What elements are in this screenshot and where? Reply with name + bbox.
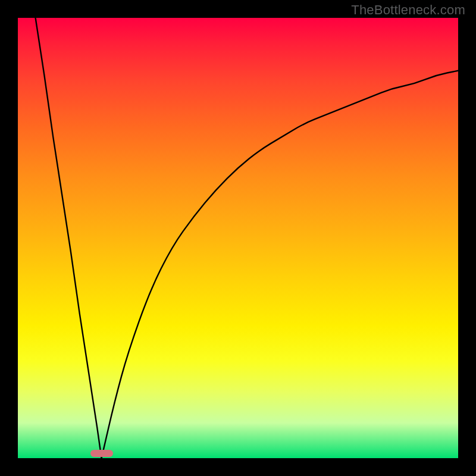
curve-layer bbox=[0, 0, 476, 476]
curve-right-branch bbox=[102, 71, 458, 458]
minimum-marker bbox=[90, 450, 113, 457]
chart-frame: TheBottleneck.com bbox=[0, 0, 476, 476]
curve-left-branch bbox=[36, 18, 102, 458]
